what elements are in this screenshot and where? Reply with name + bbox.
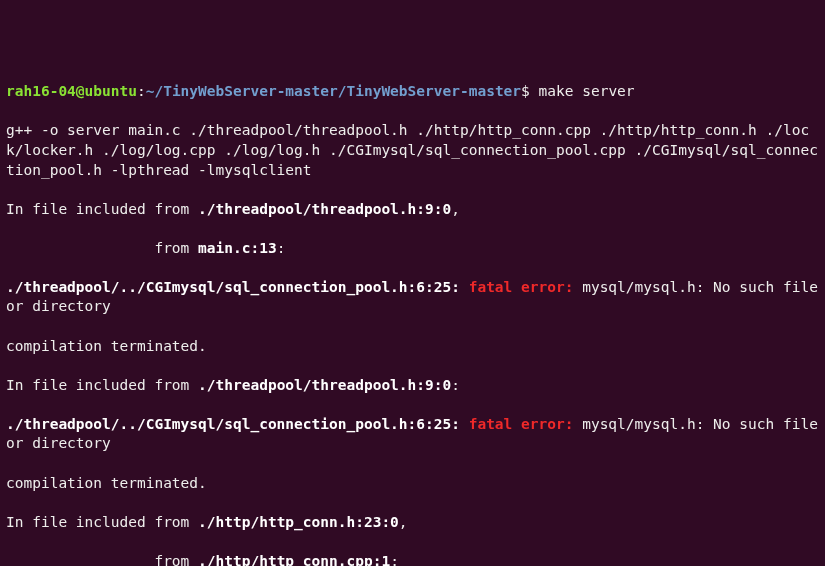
file-ref: ./threadpool/threadpool.h:9:0	[198, 201, 451, 217]
output-line: In file included from ./threadpool/threa…	[6, 200, 819, 220]
text: In file included from	[6, 201, 198, 217]
text: ,	[399, 514, 408, 530]
prompt-path: ~/TinyWebServer-master/TinyWebServer-mas…	[146, 83, 521, 99]
output-line: compilation terminated.	[6, 337, 819, 357]
output-line: In file included from ./threadpool/threa…	[6, 376, 819, 396]
output-line: from main.c:13:	[6, 239, 819, 259]
file-ref: ./threadpool/../CGImysql/sql_connection_…	[6, 416, 460, 432]
text: ,	[451, 201, 460, 217]
output-line: from ./http/http_conn.cpp:1:	[6, 552, 819, 566]
text: from	[6, 240, 198, 256]
prompt-sep2: $	[521, 83, 538, 99]
file-ref: ./http/http_conn.cpp:1	[198, 553, 390, 566]
output-line: g++ -o server main.c ./threadpool/thread…	[6, 121, 819, 180]
text: :	[451, 377, 460, 393]
file-ref: ./threadpool/threadpool.h:9:0	[198, 377, 451, 393]
file-ref: ./threadpool/../CGImysql/sql_connection_…	[6, 279, 460, 295]
output-line: In file included from ./http/http_conn.h…	[6, 513, 819, 533]
text: :	[277, 240, 286, 256]
text: In file included from	[6, 514, 198, 530]
prompt-user: rah16-04@ubuntu	[6, 83, 137, 99]
text: :	[390, 553, 399, 566]
text: from	[6, 553, 198, 566]
prompt-line[interactable]: rah16-04@ubuntu:~/TinyWebServer-master/T…	[6, 82, 819, 102]
text: In file included from	[6, 377, 198, 393]
output-line: compilation terminated.	[6, 474, 819, 494]
command-text: make server	[539, 83, 635, 99]
file-ref: main.c:13	[198, 240, 277, 256]
prompt-sep1: :	[137, 83, 146, 99]
error-label: fatal error:	[460, 416, 582, 432]
output-line: ./threadpool/../CGImysql/sql_connection_…	[6, 278, 819, 317]
output-line: ./threadpool/../CGImysql/sql_connection_…	[6, 415, 819, 454]
file-ref: ./http/http_conn.h:23:0	[198, 514, 399, 530]
error-label: fatal error:	[460, 279, 582, 295]
